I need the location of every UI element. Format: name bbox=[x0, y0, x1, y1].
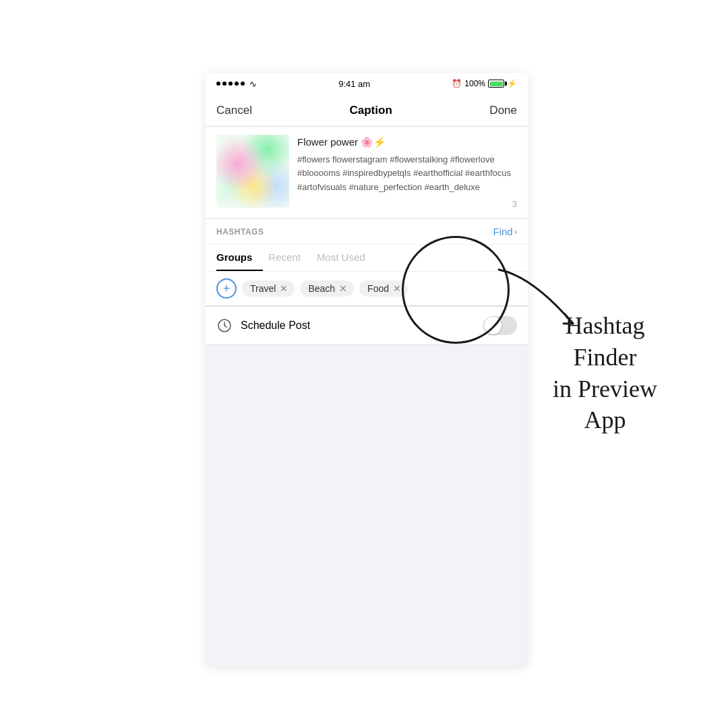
remove-beach-button[interactable]: ✕ bbox=[339, 283, 347, 294]
status-bar: ∿ 9:41 am ⏰ 100% ⚡ bbox=[206, 73, 528, 94]
caption-image bbox=[216, 135, 289, 208]
schedule-label: Schedule Post bbox=[241, 320, 483, 332]
signal-dot-4 bbox=[235, 82, 239, 86]
tab-recent[interactable]: Recent bbox=[268, 245, 311, 271]
nav-title: Caption bbox=[252, 104, 489, 117]
done-button[interactable]: Done bbox=[489, 104, 517, 117]
battery-percent: 100% bbox=[464, 79, 485, 88]
remove-travel-button[interactable]: ✕ bbox=[280, 283, 288, 294]
tag-beach: Beach ✕ bbox=[300, 280, 354, 297]
signal-dot-5 bbox=[241, 82, 245, 86]
tag-travel-label: Travel bbox=[250, 283, 276, 294]
hashtags-tabs: Groups Recent Most Used bbox=[206, 245, 528, 272]
tag-food-label: Food bbox=[367, 283, 389, 294]
tags-row: + Travel ✕ Beach ✕ Food ✕ bbox=[206, 272, 528, 305]
status-battery-area: ⏰ 100% ⚡ bbox=[452, 79, 517, 88]
caption-area: Flower power 🌸⚡ #flowers flowerstagram #… bbox=[206, 127, 528, 219]
add-tag-button[interactable]: + bbox=[216, 278, 237, 299]
plus-icon: + bbox=[223, 282, 231, 295]
caption-title: Flower power 🌸⚡ bbox=[297, 135, 517, 150]
chevron-right-icon: › bbox=[514, 226, 517, 237]
find-button[interactable]: Find › bbox=[493, 226, 517, 237]
schedule-icon bbox=[216, 317, 233, 334]
caption-hashtags: #flowers flowerstagram #flowerstalking #… bbox=[297, 153, 517, 195]
signal-dot-1 bbox=[216, 82, 220, 86]
hashtags-section: HASHTAGS Find › Groups Recent Most Used … bbox=[206, 219, 528, 306]
tag-travel: Travel ✕ bbox=[242, 280, 295, 297]
alarm-icon: ⏰ bbox=[452, 79, 462, 88]
tab-most-used[interactable]: Most Used bbox=[317, 245, 376, 271]
toggle-knob bbox=[484, 317, 502, 334]
caption-count: 3 bbox=[297, 198, 517, 211]
hashtags-header: HASHTAGS Find › bbox=[206, 219, 528, 245]
tag-food: Food ✕ bbox=[359, 280, 408, 297]
nav-bar: Cancel Caption Done bbox=[206, 94, 528, 127]
caption-image-inner bbox=[216, 135, 289, 208]
remove-food-button[interactable]: ✕ bbox=[393, 283, 401, 294]
clock-icon bbox=[217, 318, 232, 333]
tag-beach-label: Beach bbox=[308, 283, 335, 294]
bottom-area bbox=[206, 345, 528, 666]
phone-frame: ∿ 9:41 am ⏰ 100% ⚡ Cancel Caption Done F… bbox=[206, 73, 528, 666]
caption-text-area[interactable]: Flower power 🌸⚡ #flowers flowerstagram #… bbox=[297, 135, 517, 210]
signal-dot-2 bbox=[222, 82, 226, 86]
annotation-text: HashtagFinderin PreviewApp bbox=[553, 310, 657, 436]
status-signal: ∿ bbox=[216, 79, 257, 89]
lightning-icon: ⚡ bbox=[507, 79, 517, 88]
status-time: 9:41 am bbox=[257, 79, 452, 89]
wifi-icon: ∿ bbox=[249, 79, 257, 89]
find-label: Find bbox=[493, 226, 512, 237]
hashtags-label: HASHTAGS bbox=[216, 227, 493, 237]
tab-groups[interactable]: Groups bbox=[216, 245, 263, 271]
signal-dot-3 bbox=[229, 82, 233, 86]
cancel-button[interactable]: Cancel bbox=[216, 104, 252, 117]
svg-line-2 bbox=[224, 326, 227, 328]
schedule-row: Schedule Post bbox=[206, 306, 528, 345]
battery-fill bbox=[490, 82, 503, 86]
schedule-toggle[interactable] bbox=[483, 316, 517, 335]
battery-bar bbox=[488, 80, 504, 88]
